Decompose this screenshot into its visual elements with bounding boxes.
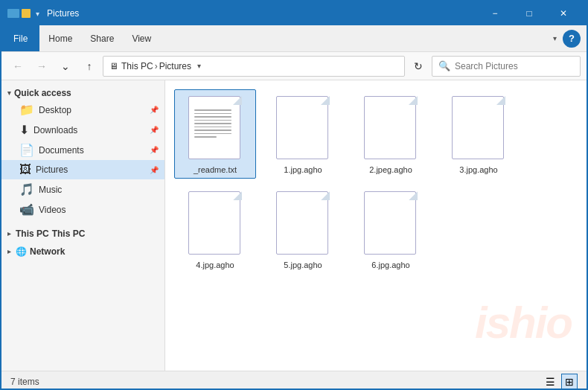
file-icon-bg (276, 191, 328, 255)
back-button[interactable]: ← (7, 56, 28, 77)
search-icon: 🔍 (438, 60, 450, 71)
file-item[interactable]: 3.jpg.agho (438, 89, 520, 179)
close-button[interactable]: ✕ (546, 1, 581, 25)
menu-chevron-icon[interactable]: ▾ (550, 31, 560, 45)
sidebar-thispc-label: This PC (16, 228, 49, 239)
refresh-button[interactable]: ↻ (408, 56, 429, 77)
up-button[interactable]: ↑ (79, 56, 100, 77)
help-button[interactable]: ? (563, 30, 581, 48)
file-icon (188, 96, 242, 162)
file-name: 2.jpeg.agho (369, 164, 412, 175)
sidebar-item-desktop[interactable]: 📁 Desktop 📌 (1, 100, 164, 120)
path-thispc-icon: 🖥 (109, 61, 118, 71)
file-item[interactable]: 6.jpg.agho (350, 185, 432, 274)
file-name: 6.jpg.agho (371, 260, 409, 270)
menu-right: ▾ ? (550, 30, 587, 48)
file-lines (194, 109, 231, 138)
pictures-pin-icon: 📌 (150, 166, 159, 174)
title-bar-icon: ▾ (7, 9, 42, 18)
file-name: 4.jpg.agho (196, 260, 234, 270)
file-item[interactable]: 2.jpeg.agho (350, 89, 432, 179)
videos-icon: 📹 (19, 202, 34, 217)
recent-locations-button[interactable]: ⌄ (55, 56, 76, 77)
forward-button[interactable]: → (31, 56, 52, 77)
file-icon-bg (452, 96, 504, 159)
sidebar-network-label: Network (30, 246, 65, 257)
file-icon-bg (364, 191, 416, 255)
view-controls: ☰ ⊞ (542, 374, 578, 390)
network-header[interactable]: ▸ 🌐 Network (1, 243, 164, 258)
menu-share[interactable]: Share (81, 25, 123, 51)
window-title: Pictures (47, 8, 478, 19)
file-icon-bg (364, 96, 416, 159)
file-item[interactable]: _readme.txt (174, 89, 256, 179)
file-item[interactable]: 4.jpg.agho (174, 185, 256, 274)
path-separator: › (155, 61, 158, 71)
file-name: 3.jpg.agho (459, 164, 497, 175)
path-pictures: Pictures (159, 61, 191, 71)
sidebar-desktop-label: Desktop (39, 105, 71, 115)
tb-icon1 (7, 9, 19, 18)
file-line (194, 120, 231, 121)
search-box[interactable]: 🔍 (432, 56, 581, 77)
window-controls: − □ ✕ (478, 1, 581, 25)
desktop-icon: 📁 (19, 103, 34, 117)
quick-access-label: Quick access (14, 88, 71, 98)
documents-icon: 📄 (19, 143, 34, 157)
quick-access-header[interactable]: ▾ Quick access (1, 85, 164, 100)
file-item[interactable]: 1.jpg.agho (262, 89, 344, 179)
details-view-button[interactable]: ☰ (542, 374, 558, 390)
file-line (194, 127, 231, 128)
address-bar: ← → ⌄ ↑ 🖥 This PC › Pictures ▾ ↻ 🔍 (1, 52, 587, 80)
file-icon-bg (276, 96, 328, 159)
file-icon-bg (188, 191, 240, 255)
file-grid: _readme.txt1.jpg.agho2.jpeg.agho3.jpg.ag… (174, 89, 578, 275)
file-name: _readme.txt (194, 164, 237, 175)
title-bar: ▾ Pictures − □ ✕ (1, 1, 587, 25)
file-line (194, 130, 231, 131)
file-name: 1.jpg.agho (284, 164, 322, 175)
path-thispc: This PC (121, 61, 153, 71)
network-arrow: ▸ (7, 248, 11, 255)
sidebar-item-pictures[interactable]: 🖼 Pictures 📌 (1, 160, 164, 179)
address-path[interactable]: 🖥 This PC › Pictures ▾ (103, 56, 405, 77)
path-dropdown-arrow[interactable]: ▾ (191, 56, 206, 77)
status-bar: 7 items ☰ ⊞ (1, 371, 587, 390)
sidebar-item-downloads[interactable]: ⬇ Downloads 📌 (1, 120, 164, 140)
file-area: _readme.txt1.jpg.agho2.jpeg.agho3.jpg.ag… (165, 80, 587, 371)
file-item[interactable]: 5.jpg.agho (262, 185, 344, 274)
maximize-button[interactable]: □ (512, 1, 546, 25)
thispc-header[interactable]: ▸ This PC This PC (1, 226, 164, 240)
file-line (194, 133, 231, 135)
tb-icon2 (22, 9, 31, 18)
file-icon (276, 191, 330, 257)
minimize-button[interactable]: − (478, 1, 512, 25)
menu-view[interactable]: View (123, 25, 160, 51)
title-bar-dropdown-arrow[interactable]: ▾ (36, 10, 39, 18)
file-line (194, 109, 231, 111)
sidebar-thispc-text: This PC (52, 228, 86, 239)
sidebar-item-documents[interactable]: 📄 Documents 📌 (1, 140, 164, 160)
file-line (194, 123, 231, 124)
menu-file[interactable]: File (1, 25, 39, 51)
sidebar-pictures-label: Pictures (36, 164, 68, 175)
network-icon: 🌐 (16, 246, 27, 257)
sidebar-downloads-label: Downloads (33, 125, 77, 135)
sidebar-videos-label: Videos (39, 205, 65, 215)
documents-pin-icon: 📌 (150, 146, 159, 154)
search-input[interactable] (455, 61, 574, 71)
file-icon (364, 191, 418, 257)
sidebar-item-videos[interactable]: 📹 Videos (1, 199, 164, 220)
file-icon (364, 96, 418, 162)
pictures-icon: 🖼 (19, 163, 31, 176)
music-icon: 🎵 (19, 182, 34, 196)
menu-home[interactable]: Home (39, 25, 81, 51)
thispc-arrow: ▸ (7, 230, 11, 237)
large-icons-view-button[interactable]: ⊞ (561, 374, 578, 390)
menu-bar: File Home Share View ▾ ? (1, 25, 587, 52)
watermark: ishio (475, 297, 572, 348)
file-line (194, 113, 231, 115)
file-line (194, 116, 231, 118)
sidebar-item-music[interactable]: 🎵 Music (1, 179, 164, 199)
desktop-pin-icon: 📌 (150, 106, 159, 114)
